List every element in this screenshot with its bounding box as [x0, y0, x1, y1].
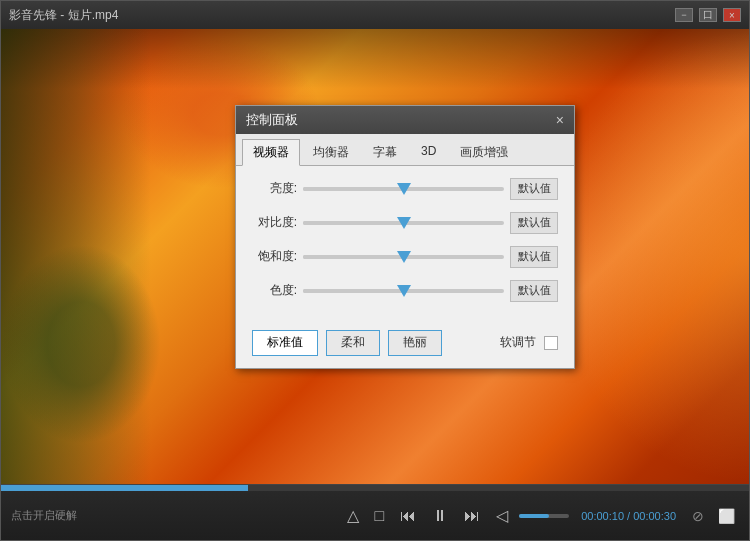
preset-vivid-btn[interactable]: 艳丽	[388, 330, 442, 356]
restore-button[interactable]: 口	[699, 8, 717, 22]
brightness-label: 亮度:	[252, 180, 297, 197]
saturation-default-btn[interactable]: 默认值	[510, 246, 558, 268]
app-window: 影音先锋 - 短片.mp4 － 口 × 控制面板 ×	[0, 0, 750, 541]
foliage-overlay	[1, 29, 151, 484]
brightness-thumb	[397, 183, 411, 195]
hardware-decode-label[interactable]: 点击开启硬解	[11, 508, 77, 523]
progress-fill	[1, 485, 248, 491]
softness-label: 软调节	[500, 334, 536, 351]
vol-down-button[interactable]: ◁	[491, 504, 513, 527]
panel-tabs: 视频器 均衡器 字幕 3D 画质增强	[236, 134, 574, 166]
tab-3d[interactable]: 3D	[410, 139, 447, 166]
prev-button[interactable]: ⏮	[395, 505, 421, 527]
saturation-slider[interactable]	[303, 255, 504, 259]
window-close-button[interactable]: ×	[723, 8, 741, 22]
panel-title-bar: 控制面板 ×	[236, 106, 574, 134]
panel-title-text: 控制面板	[246, 111, 298, 129]
window-title: 影音先锋 - 短片.mp4	[9, 7, 118, 24]
progress-bar[interactable]	[1, 485, 749, 491]
softness-checkbox[interactable]	[544, 336, 558, 350]
contrast-default-btn[interactable]: 默认值	[510, 212, 558, 234]
tab-quality[interactable]: 画质增强	[449, 139, 519, 166]
pause-button[interactable]: ⏸	[427, 505, 453, 527]
brightness-fill	[303, 187, 404, 191]
controls-row: 点击开启硬解 △ □ ⏮ ⏸ ⏭ ◁ 00:00:10 / 00:00:30 ⊘…	[1, 491, 749, 540]
volume-slider[interactable]	[519, 514, 569, 518]
hue-label: 色度:	[252, 282, 297, 299]
title-bar-controls: － 口 ×	[675, 8, 741, 22]
eject-button[interactable]: △	[342, 504, 364, 527]
preset-soft-btn[interactable]: 柔和	[326, 330, 380, 356]
brightness-slider[interactable]	[303, 187, 504, 191]
contrast-label: 对比度:	[252, 214, 297, 231]
contrast-row: 对比度: 默认值	[252, 212, 558, 234]
panel-bottom: 标准值 柔和 艳丽 软调节	[236, 326, 574, 368]
control-bar: 点击开启硬解 △ □ ⏮ ⏸ ⏭ ◁ 00:00:10 / 00:00:30 ⊘…	[1, 484, 749, 540]
time-display: 00:00:10 / 00:00:30	[581, 510, 676, 522]
contrast-fill	[303, 221, 404, 225]
tab-video-eq[interactable]: 视频器	[242, 139, 300, 166]
saturation-fill	[303, 255, 404, 259]
hue-fill	[303, 289, 404, 293]
fullscreen-button[interactable]: ⬜	[714, 506, 739, 526]
hue-slider[interactable]	[303, 289, 504, 293]
saturation-thumb	[397, 251, 411, 263]
no-video-button[interactable]: ⊘	[688, 506, 708, 526]
preset-standard-btn[interactable]: 标准值	[252, 330, 318, 356]
volume-fill	[519, 514, 549, 518]
next-button[interactable]: ⏭	[459, 505, 485, 527]
right-glow-overlay	[549, 29, 749, 484]
title-bar: 影音先锋 - 短片.mp4 － 口 ×	[1, 1, 749, 29]
video-area: 控制面板 × 视频器 均衡器 字幕 3D	[1, 29, 749, 484]
brightness-default-btn[interactable]: 默认值	[510, 178, 558, 200]
saturation-label: 饱和度:	[252, 248, 297, 265]
hue-row: 色度: 默认值	[252, 280, 558, 302]
contrast-thumb	[397, 217, 411, 229]
control-panel-dialog: 控制面板 × 视频器 均衡器 字幕 3D	[235, 105, 575, 369]
hue-thumb	[397, 285, 411, 297]
tab-subtitles[interactable]: 字幕	[362, 139, 408, 166]
brightness-row: 亮度: 默认值	[252, 178, 558, 200]
saturation-row: 饱和度: 默认值	[252, 246, 558, 268]
hue-default-btn[interactable]: 默认值	[510, 280, 558, 302]
tab-equalizer[interactable]: 均衡器	[302, 139, 360, 166]
stop-button[interactable]: □	[370, 505, 390, 527]
minimize-button[interactable]: －	[675, 8, 693, 22]
panel-body: 亮度: 默认值 对比度: 默认值	[236, 166, 574, 326]
contrast-slider[interactable]	[303, 221, 504, 225]
panel-close-button[interactable]: ×	[556, 113, 564, 127]
